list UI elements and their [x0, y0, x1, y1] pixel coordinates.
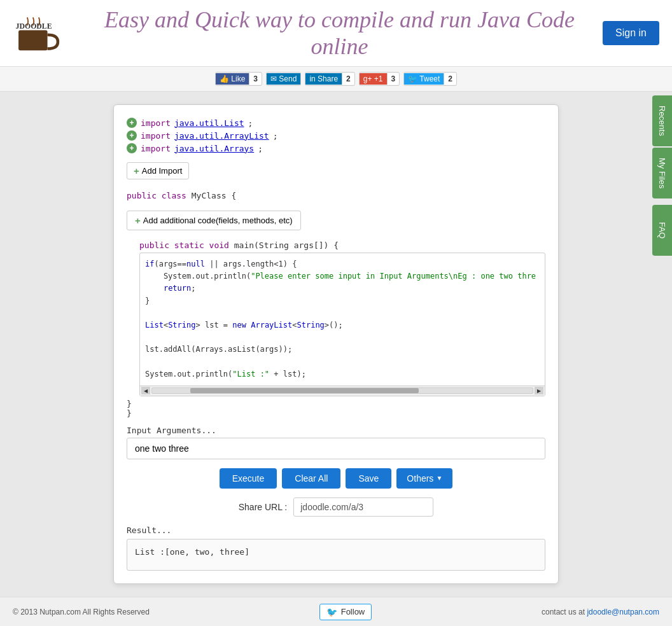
twitter-bird-icon: 🐦 — [326, 607, 337, 617]
add-import-plus-icon: + — [134, 165, 139, 176]
sidebar-item-recents[interactable]: Recents — [652, 95, 672, 146]
result-value: List :[one, two, three] — [135, 547, 249, 557]
import-line-1: + import java.util.List; — [127, 118, 545, 128]
svg-rect-0 — [18, 30, 47, 50]
execute-button[interactable]: Execute — [220, 468, 277, 489]
gplus-label[interactable]: g+ +1 — [360, 73, 387, 85]
code-line: System.out.println("Please enter some in… — [145, 270, 532, 282]
tw-count: 2 — [444, 73, 456, 85]
add-import-button[interactable]: + Add Import — [127, 162, 189, 179]
input-label: Input Arguments... — [127, 426, 545, 435]
scroll-thumb[interactable] — [190, 388, 419, 393]
clear-all-button[interactable]: Clear All — [282, 468, 340, 489]
code-line: } — [145, 295, 532, 307]
svg-text:JDOODLE: JDOODLE — [16, 22, 52, 31]
footer-contact: contact us at jdoodle@nutpan.com — [542, 608, 659, 616]
scroll-right-button[interactable]: ▶ — [535, 387, 543, 394]
code-line: lst.addAll(Arrays.asList(args)); — [145, 344, 532, 356]
code-line: return; — [145, 282, 532, 295]
linkedin-share-button[interactable]: in Share 2 — [305, 72, 354, 86]
input-arguments-field[interactable] — [127, 438, 545, 459]
result-box: List :[one, two, three] — [127, 539, 545, 571]
code-line: if(args==null || args.length<1) { — [145, 258, 532, 270]
tagline: Easy and Quick way to compile and run Ja… — [76, 6, 603, 60]
code-line: System.out.println("List :" + lst); — [145, 368, 532, 380]
add-code-plus-icon: + — [135, 215, 141, 226]
code-line — [145, 331, 532, 344]
header: JDOODLE Easy and Quick way to compile an… — [0, 0, 672, 67]
twitter-tweet-button[interactable]: 🐦 Tweet 2 — [403, 72, 457, 86]
horizontal-scrollbar[interactable]: ◀ ▶ — [140, 386, 545, 396]
share-url-input[interactable] — [293, 497, 433, 517]
result-label: Result... — [127, 525, 545, 535]
remove-import-1[interactable]: + — [127, 118, 137, 128]
remove-import-2[interactable]: + — [127, 130, 137, 141]
contact-email-link[interactable]: jdoodle@nutpan.com — [587, 608, 659, 616]
others-button[interactable]: Others ▼ — [396, 468, 452, 489]
send-label[interactable]: ✉ Send — [267, 73, 300, 85]
logo-container: JDOODLE — [13, 11, 76, 55]
save-button[interactable]: Save — [346, 468, 391, 489]
editor-panel: + import java.util.List; + import java.u… — [113, 104, 559, 584]
social-bar: 👍 Like 3 ✉ Send in Share 2 g+ +1 3 🐦 Twe… — [0, 67, 672, 92]
class-declaration: public class MyClass { — [127, 191, 545, 200]
scroll-left-button[interactable]: ◀ — [141, 387, 150, 394]
remove-import-3[interactable]: + — [127, 143, 137, 153]
import-class-2[interactable]: java.util.ArrayList — [174, 131, 269, 141]
closing-brace-outer: } — [127, 408, 545, 418]
follow-button[interactable]: 🐦 Follow — [319, 604, 372, 620]
closing-brace-inner: } — [127, 399, 545, 408]
sidebar: Recents My Files FAQ — [652, 95, 672, 256]
main-wrapper: + import java.util.List; + import java.u… — [0, 92, 672, 597]
share-url-label: Share URL : — [239, 502, 288, 512]
add-code-button[interactable]: + Add additional code(fields, methods, e… — [127, 211, 301, 230]
share-url-row: Share URL : — [127, 497, 545, 517]
scroll-track[interactable] — [151, 387, 533, 394]
logo-image: JDOODLE — [13, 11, 76, 55]
code-line: List<String> lst = new ArrayList<String>… — [145, 319, 532, 331]
code-line — [145, 356, 532, 368]
dropdown-arrow-icon: ▼ — [436, 475, 442, 482]
sidebar-item-myfiles[interactable]: My Files — [652, 148, 672, 198]
send-button[interactable]: ✉ Send — [266, 72, 301, 86]
import-line-2: + import java.util.ArrayList; — [127, 130, 545, 141]
facebook-like-button[interactable]: 👍 Like 3 — [215, 72, 262, 86]
fb-count: 3 — [249, 73, 262, 85]
method-declaration: public static void main(String args[]) { — [139, 240, 545, 250]
import-class-3[interactable]: java.util.Arrays — [174, 144, 254, 153]
li-count: 2 — [342, 73, 354, 85]
footer-copyright: © 2013 Nutpan.com All Rights Reserved — [13, 608, 150, 616]
li-label[interactable]: in Share — [305, 73, 342, 85]
fb-label[interactable]: 👍 Like — [216, 73, 249, 85]
sidebar-item-faq[interactable]: FAQ — [652, 205, 672, 256]
gplus-count: 3 — [387, 73, 400, 85]
import-class-1[interactable]: java.util.List — [174, 118, 244, 128]
sign-in-button[interactable]: Sign in — [603, 21, 659, 45]
footer: © 2013 Nutpan.com All Rights Reserved 🐦 … — [0, 597, 672, 626]
code-editor[interactable]: if(args==null || args.length<1) { System… — [139, 253, 545, 396]
gplus-button[interactable]: g+ +1 3 — [359, 72, 400, 86]
action-buttons: Execute Clear All Save Others ▼ — [127, 468, 545, 489]
import-line-3: + import java.util.Arrays; — [127, 143, 545, 153]
code-line — [145, 307, 532, 319]
code-content: if(args==null || args.length<1) { System… — [140, 253, 545, 386]
tw-label[interactable]: 🐦 Tweet — [404, 73, 444, 85]
